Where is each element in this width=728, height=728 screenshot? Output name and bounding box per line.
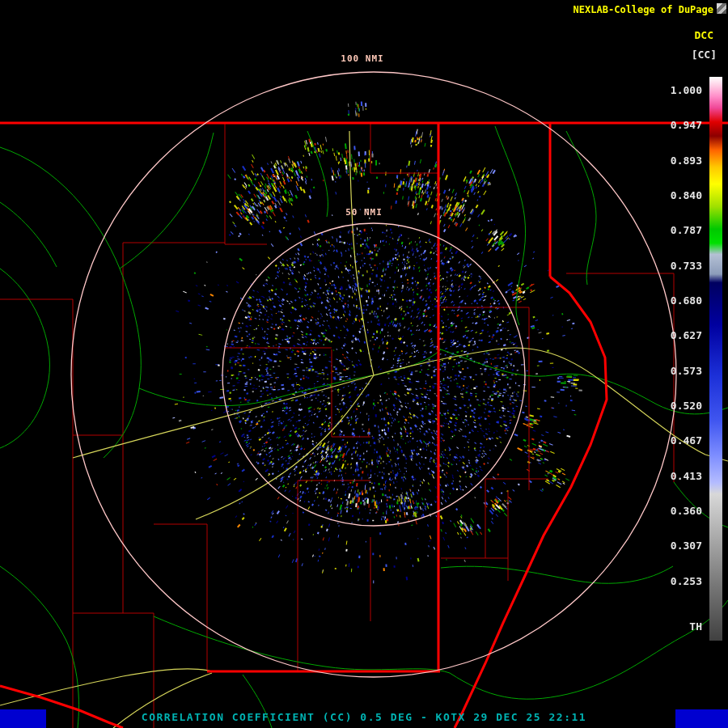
colorbar-tick: 0.307 xyxy=(654,540,702,552)
colorbar-tick: 0.413 xyxy=(654,470,702,482)
radar-display: 100 NMI 50 NMI NEXLAB-College of DuPage … xyxy=(0,0,728,728)
colorbar-tick: 0.520 xyxy=(654,400,702,412)
corner-bar-left xyxy=(0,709,46,728)
colorbar-tick: 1.000 xyxy=(654,84,702,96)
colorbar xyxy=(709,77,722,641)
colorbar-tick: 0.787 xyxy=(654,224,702,236)
corner-bar-right xyxy=(675,709,728,728)
colorbar-tick: 0.467 xyxy=(654,434,702,447)
colorbar-tick: 0.573 xyxy=(654,365,702,377)
range-ring-outer-label: 100 NMI xyxy=(341,53,383,64)
colorbar-unit-label: [CC] xyxy=(692,49,717,61)
colorbar-tick: 0.893 xyxy=(654,154,702,167)
map-overlay xyxy=(0,0,728,728)
range-ring-inner-label: 50 NMI xyxy=(345,207,383,218)
colorbar-tick: 0.840 xyxy=(654,189,702,201)
colorbar-threshold-label: TH xyxy=(654,620,702,633)
colorbar-tick: 0.253 xyxy=(654,575,702,587)
highways xyxy=(0,131,728,728)
colorbar-product-label: DCC xyxy=(695,29,713,41)
colorbar-tick: 0.733 xyxy=(654,260,702,272)
colorbar-tick: 0.627 xyxy=(654,329,702,341)
colorbar-tick: 0.360 xyxy=(654,505,702,517)
colorbar-tick: 0.680 xyxy=(654,294,702,307)
colorbar-tick: 0.947 xyxy=(654,119,702,131)
nexlab-logo-icon xyxy=(717,3,726,14)
page-title: NEXLAB-College of DuPage xyxy=(574,4,713,15)
product-caption: CORRELATION COEFFICIENT (CC) 0.5 DEG - K… xyxy=(142,711,586,723)
